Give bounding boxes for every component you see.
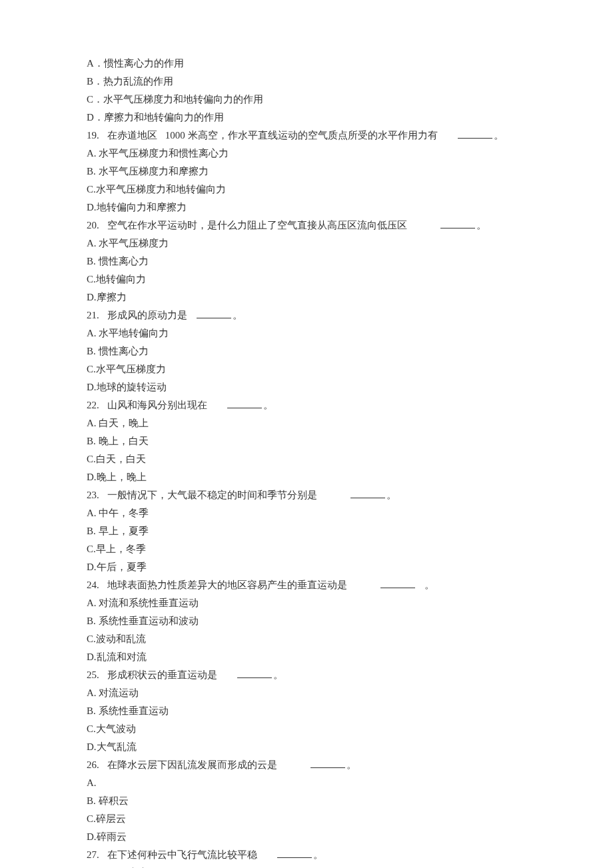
q25-option-b: B. 系统性垂直运动	[87, 702, 526, 720]
blank-fill	[350, 488, 385, 498]
q21-number: 21.	[87, 310, 99, 320]
q20-option-b: B. 惯性离心力	[87, 252, 526, 270]
q23-text: 一般情况下，大气最不稳定的时间和季节分别是	[107, 490, 317, 500]
period: 。	[386, 490, 396, 500]
document-page: A．惯性离心力的作用 B．热力乱流的作用 C．水平气压梯度力和地转偏向力的作用 …	[0, 0, 613, 868]
q24-option-a: A. 对流和系统性垂直运动	[87, 594, 526, 612]
q26-option-c: C.碎层云	[87, 810, 526, 828]
q19-text-a: 在赤道地区	[107, 130, 157, 141]
q26-option-d: D.碎雨云	[87, 828, 526, 846]
blank-fill	[277, 848, 312, 858]
blank-fill	[237, 668, 272, 678]
q22-option-d: D.晚上，晚上	[87, 468, 526, 486]
q20-number: 20.	[87, 220, 99, 230]
blank-fill	[380, 578, 415, 588]
q22-number: 22.	[87, 400, 99, 410]
period: 。	[346, 759, 356, 770]
q26-number: 26.	[87, 759, 99, 770]
q24-option-b: B. 系统性垂直运动和波动	[87, 612, 526, 630]
q18-option-b: B．热力乱流的作用	[87, 73, 526, 91]
q21-option-b: B. 惯性离心力	[87, 342, 526, 360]
q21-option-c: C.水平气压梯度力	[87, 360, 526, 378]
q24-option-c: C.波动和乱流	[87, 630, 526, 648]
q27-option-a: A. 层积云和高积云	[87, 864, 526, 868]
q21-stem: 21.形成风的原动力是。	[87, 306, 526, 324]
period: 。	[313, 849, 323, 860]
q25-option-a: A. 对流运动	[87, 684, 526, 702]
q21-text: 形成风的原动力是	[107, 310, 187, 320]
q19-text-b: 1000 米高空，作水平直线运动的空气质点所受的水平作用力有	[165, 130, 438, 141]
q25-stem: 25.形成积状云的垂直运动是。	[87, 666, 526, 684]
q27-text: 在下述何种云中飞行气流比较平稳	[107, 849, 257, 860]
q20-option-c: C.地转偏向力	[87, 270, 526, 288]
blank-fill	[440, 218, 475, 228]
q19-option-b: B. 水平气压梯度力和摩擦力	[87, 163, 526, 181]
q24-option-d: D.乱流和对流	[87, 648, 526, 666]
q23-option-c: C.早上，冬季	[87, 540, 526, 558]
q19-stem: 19.在赤道地区1000 米高空，作水平直线运动的空气质点所受的水平作用力有。	[87, 127, 526, 145]
q27-number: 27.	[87, 849, 99, 860]
q25-number: 25.	[87, 669, 99, 680]
q26-option-a: A.	[87, 774, 526, 792]
blank-fill	[310, 758, 345, 768]
q24-number: 24.	[87, 580, 99, 590]
period: 。	[494, 130, 504, 141]
blank-fill	[227, 398, 262, 408]
period: 。	[476, 220, 486, 230]
q23-option-d: D.午后，夏季	[87, 558, 526, 576]
blank-fill	[458, 129, 492, 139]
q21-option-a: A. 水平地转偏向力	[87, 324, 526, 342]
q24-text: 地球表面热力性质差异大的地区容易产生的垂直运动是	[107, 580, 347, 590]
q19-number: 19.	[87, 130, 99, 141]
q18-option-d: D．摩擦力和地转偏向力的作用	[87, 109, 526, 127]
q18-option-a: A．惯性离心力的作用	[87, 55, 526, 73]
period: 。	[424, 580, 434, 590]
q23-stem: 23.一般情况下，大气最不稳定的时间和季节分别是。	[87, 486, 526, 504]
q27-stem: 27.在下述何种云中飞行气流比较平稳。	[87, 846, 526, 864]
q22-option-b: B. 晚上，白天	[87, 432, 526, 450]
q20-stem: 20.空气在作水平运动时，是什么力阻止了空气直接从高压区流向低压区。	[87, 217, 526, 234]
q23-option-b: B. 早上，夏季	[87, 522, 526, 540]
q25-text: 形成积状云的垂直运动是	[107, 669, 217, 680]
q21-option-d: D.地球的旋转运动	[87, 378, 526, 396]
q19-option-d: D.地转偏向力和摩擦力	[87, 199, 526, 217]
period: 。	[233, 310, 243, 320]
q25-option-d: D.大气乱流	[87, 738, 526, 756]
q20-option-a: A. 水平气压梯度力	[87, 234, 526, 252]
q22-text: 山风和海风分别出现在	[107, 400, 207, 410]
q23-option-a: A. 中午，冬季	[87, 504, 526, 522]
q20-option-d: D.摩擦力	[87, 288, 526, 306]
q24-stem: 24.地球表面热力性质差异大的地区容易产生的垂直运动是。	[87, 576, 526, 594]
q26-stem: 26.在降水云层下因乱流发展而形成的云是。	[87, 756, 526, 774]
q23-number: 23.	[87, 490, 99, 500]
q22-stem: 22.山风和海风分别出现在。	[87, 396, 526, 414]
q19-option-c: C.水平气压梯度力和地转偏向力	[87, 181, 526, 199]
q20-text: 空气在作水平运动时，是什么力阻止了空气直接从高压区流向低压区	[107, 220, 407, 230]
q18-option-c: C．水平气压梯度力和地转偏向力的作用	[87, 91, 526, 109]
q22-option-a: A. 白天，晚上	[87, 414, 526, 432]
q26-text: 在降水云层下因乱流发展而形成的云是	[107, 759, 277, 770]
period: 。	[263, 400, 273, 410]
period: 。	[273, 669, 283, 680]
q25-option-c: C.大气波动	[87, 720, 526, 738]
blank-fill	[197, 308, 231, 318]
q22-option-c: C.白天，白天	[87, 450, 526, 468]
q26-option-b: B. 碎积云	[87, 792, 526, 810]
q19-option-a: A. 水平气压梯度力和惯性离心力	[87, 145, 526, 163]
